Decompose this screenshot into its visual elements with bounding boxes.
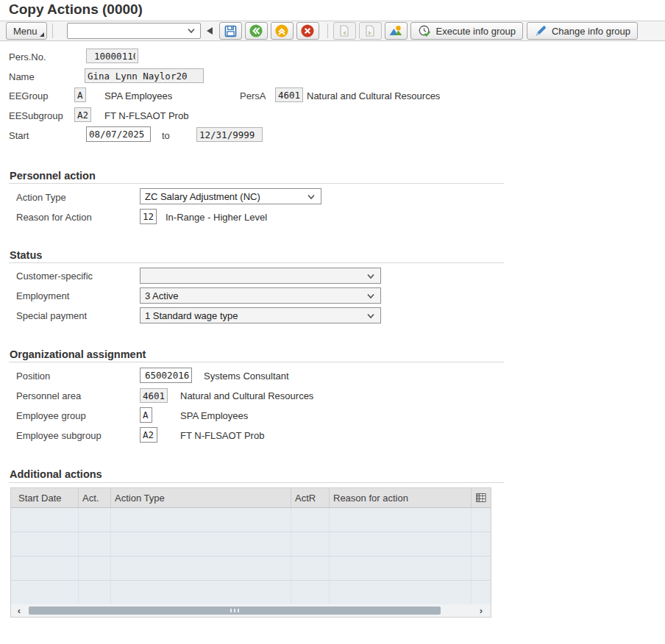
pers-a-label: PersA — [240, 90, 266, 101]
execute-icon — [418, 24, 432, 38]
name-field[interactable] — [85, 68, 204, 83]
change-icon — [534, 24, 547, 37]
employee-subgroup-label: Employee subgroup — [16, 430, 102, 441]
employment-label: Employment — [16, 290, 69, 301]
end-date-field[interactable] — [196, 127, 263, 142]
table-cell — [111, 532, 291, 556]
exit-button[interactable] — [271, 22, 294, 40]
previous-record-button[interactable] — [333, 22, 356, 40]
table-cell — [79, 508, 111, 532]
employee-group-label: Employee group — [16, 410, 86, 421]
col-action-type: Action Type — [111, 488, 291, 507]
additional-actions-title: Additional actions — [10, 468, 102, 480]
menu-button[interactable]: Menu — [6, 22, 47, 40]
save-icon — [224, 24, 238, 38]
employee-subgroup-text: FT N-FLSAOT Prob — [180, 430, 264, 441]
special-payment-value: 1 Standard wage type — [145, 310, 238, 321]
pers-a-field[interactable] — [275, 87, 303, 102]
table-cell — [11, 581, 79, 604]
back-button[interactable] — [245, 22, 268, 40]
prev-doc-icon — [338, 24, 351, 37]
employee-group-field[interactable] — [140, 407, 152, 423]
table-cell — [330, 581, 472, 604]
position-label: Position — [16, 371, 50, 382]
save-button[interactable] — [219, 22, 242, 40]
position-field[interactable] — [140, 368, 192, 383]
toolbar-separator — [52, 24, 53, 38]
additional-actions-table: Start Date Act. Action Type ActR Reason … — [10, 487, 491, 618]
table-cell — [472, 532, 491, 556]
pers-no-field[interactable] — [86, 49, 138, 63]
table-row[interactable] — [11, 532, 491, 557]
scroll-right-icon[interactable]: › — [473, 605, 489, 616]
next-record-button[interactable] — [359, 22, 382, 40]
reason-for-action-field[interactable] — [140, 209, 157, 224]
table-cell — [11, 557, 79, 580]
table-row[interactable] — [11, 508, 491, 532]
ee-subgroup-text: FT N-FLSAOT Prob — [104, 110, 188, 121]
table-cell — [291, 581, 330, 604]
employee-group-text: SPA Employees — [180, 410, 248, 421]
execute-info-group-button[interactable]: Execute info group — [410, 22, 523, 40]
personnel-area-field[interactable] — [140, 388, 168, 403]
personnel-area-text: Natural and Cultural Resources — [180, 390, 313, 401]
ee-group-field[interactable] — [74, 87, 86, 102]
table-row[interactable] — [11, 557, 491, 581]
scrollbar-thumb[interactable] — [29, 607, 441, 615]
scroll-left-icon[interactable]: ‹ — [11, 605, 27, 616]
start-date-field[interactable] — [86, 126, 151, 142]
customer-specific-label: Customer-specific — [16, 271, 93, 282]
command-combobox[interactable] — [67, 23, 201, 39]
grid-icon — [476, 493, 486, 503]
execute-info-group-label: Execute info group — [436, 26, 516, 37]
action-type-label: Action Type — [16, 192, 66, 203]
table-cell — [11, 508, 79, 532]
table-cell — [79, 532, 111, 556]
copy-actions-screen: Copy Actions (0000) Menu — [0, 0, 665, 644]
ee-group-text: SPA Employees — [104, 90, 172, 101]
chevron-down-icon — [187, 28, 196, 34]
chevron-down-icon — [366, 313, 375, 319]
status-title: Status — [10, 249, 42, 261]
section-rule — [9, 362, 504, 362]
employee-subgroup-field[interactable] — [140, 427, 157, 443]
table-body — [11, 508, 491, 605]
special-payment-label: Special payment — [16, 310, 87, 321]
table-cell — [330, 557, 472, 580]
employment-select[interactable]: 3 Active — [140, 287, 381, 304]
action-type-select[interactable]: ZC Salary Adjustment (NC) — [140, 188, 321, 204]
position-text: Systems Consultant — [204, 371, 289, 382]
col-start-date: Start Date — [11, 488, 79, 507]
chevron-down-icon — [307, 194, 316, 200]
table-settings-button[interactable] — [472, 488, 491, 507]
pers-a-text: Natural and Cultural Resources — [307, 90, 440, 101]
name-label: Name — [9, 71, 35, 82]
section-rule — [9, 482, 504, 483]
special-payment-select[interactable]: 1 Standard wage type — [140, 307, 381, 323]
ee-subgroup-label: EESubgroup — [9, 110, 63, 121]
overview-button[interactable] — [385, 22, 408, 40]
table-cell — [111, 508, 291, 532]
overview-icon — [388, 24, 403, 38]
ee-group-label: EEGroup — [9, 90, 48, 101]
ee-subgroup-field[interactable] — [74, 107, 91, 122]
table-cell — [472, 557, 491, 580]
horizontal-scrollbar: ‹ › — [11, 604, 491, 617]
table-cell — [79, 581, 111, 604]
personnel-action-title: Personnel action — [10, 170, 96, 182]
table-cell — [330, 532, 472, 556]
reason-for-action-text: In-Range - Higher Level — [166, 212, 267, 223]
change-info-group-label: Change info group — [552, 26, 630, 37]
to-label: to — [162, 130, 170, 141]
cancel-icon — [300, 24, 315, 38]
cancel-button[interactable] — [296, 22, 319, 40]
pers-no-label: Pers.No. — [9, 51, 46, 62]
collapse-toolbar-icon[interactable] — [207, 27, 213, 35]
table-cell — [111, 581, 291, 604]
change-info-group-button[interactable]: Change info group — [527, 22, 638, 40]
customer-specific-select[interactable] — [140, 268, 381, 284]
table-row[interactable] — [11, 581, 491, 605]
table-cell — [291, 508, 330, 532]
scrollbar-grip — [230, 609, 239, 612]
table-cell — [472, 508, 491, 532]
